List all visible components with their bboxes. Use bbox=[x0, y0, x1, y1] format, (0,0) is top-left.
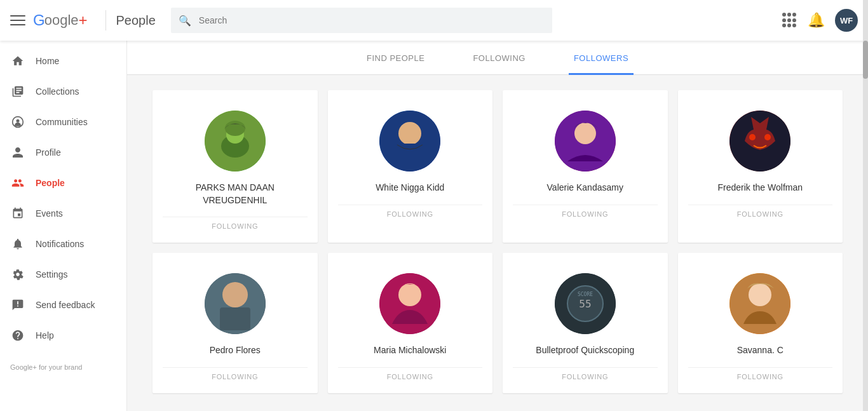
main-content: FIND PEOPLE FOLLOWING FOLLOWERS bbox=[127, 41, 868, 408]
avatar-bulletproof: 55 SCORE bbox=[555, 273, 616, 334]
notifications-bell-icon[interactable]: 🔔 bbox=[808, 12, 825, 29]
logo-oogle: oogle bbox=[44, 12, 79, 29]
sidebar-item-collections[interactable]: Collections bbox=[0, 76, 121, 107]
svg-point-5 bbox=[225, 121, 245, 136]
collections-icon bbox=[10, 84, 25, 99]
menu-icon[interactable] bbox=[10, 13, 25, 28]
status-savanna: FOLLOWING bbox=[688, 367, 833, 381]
avatar-pedro bbox=[205, 273, 266, 334]
scrollbar-track[interactable] bbox=[863, 0, 868, 408]
user-avatar[interactable]: WF bbox=[835, 9, 858, 32]
header-actions: 🔔 WF bbox=[782, 9, 858, 32]
svg-point-13 bbox=[764, 134, 771, 140]
sidebar-item-settings[interactable]: Settings bbox=[0, 259, 121, 290]
avatar-parks-man bbox=[205, 111, 266, 172]
logo[interactable]: G oogle + bbox=[33, 11, 88, 29]
status-pedro: FOLLOWING bbox=[163, 367, 308, 381]
avatar-frederik bbox=[729, 111, 790, 172]
svg-text:55: 55 bbox=[579, 298, 591, 310]
sidebar-item-events[interactable]: Events bbox=[0, 198, 121, 229]
status-frederik: FOLLOWING bbox=[688, 205, 833, 218]
sidebar-label-send-feedback: Send feedback bbox=[36, 300, 95, 310]
tab-followers[interactable]: FOLLOWERS bbox=[569, 41, 634, 75]
name-pedro: Pedro Flores bbox=[210, 344, 261, 357]
status-valerie: FOLLOWING bbox=[513, 205, 658, 218]
avatar-valerie bbox=[555, 111, 616, 172]
sidebar-label-home: Home bbox=[36, 56, 59, 66]
sidebar-label-notifications: Notifications bbox=[36, 239, 84, 249]
search-icon: 🔍 bbox=[179, 15, 191, 27]
name-white-nigga: White Nigga Kidd bbox=[376, 182, 444, 194]
search-input[interactable] bbox=[171, 8, 552, 33]
sidebar-label-events: Events bbox=[36, 208, 63, 219]
logo-google: G bbox=[33, 11, 44, 29]
sidebar-item-notifications[interactable]: Notifications bbox=[0, 229, 121, 259]
svg-point-25 bbox=[749, 283, 771, 306]
sidebar-label-profile: Profile bbox=[36, 147, 61, 158]
avatar-savanna bbox=[729, 273, 790, 334]
sidebar-label-communities: Communities bbox=[36, 117, 88, 127]
svg-point-7 bbox=[398, 122, 421, 145]
logo-plus: + bbox=[79, 11, 88, 29]
name-maria: Maria Michalowski bbox=[374, 344, 446, 357]
people-icon bbox=[10, 175, 25, 191]
profile-icon bbox=[10, 145, 25, 160]
sidebar-item-help[interactable]: Help bbox=[0, 320, 121, 351]
sidebar-item-send-feedback[interactable]: Send feedback bbox=[0, 290, 121, 320]
sidebar-label-settings: Settings bbox=[36, 269, 68, 280]
avatar-white-nigga bbox=[379, 111, 440, 172]
tab-find-people[interactable]: FIND PEOPLE bbox=[362, 41, 430, 75]
name-valerie: Valerie Kandasamy bbox=[547, 182, 623, 194]
avatar-maria bbox=[379, 273, 440, 334]
app-body: Home Collections Communities Profile Peo… bbox=[0, 41, 868, 408]
sidebar-item-home[interactable]: Home bbox=[0, 46, 121, 76]
status-maria: FOLLOWING bbox=[338, 367, 483, 381]
communities-icon bbox=[10, 114, 25, 130]
sidebar: Home Collections Communities Profile Peo… bbox=[0, 41, 127, 408]
person-card-maria[interactable]: Maria Michalowski FOLLOWING bbox=[328, 253, 493, 393]
name-savanna: Savanna. C bbox=[737, 344, 783, 357]
scrollbar-thumb[interactable] bbox=[863, 41, 868, 79]
svg-point-10 bbox=[574, 123, 596, 144]
feedback-icon bbox=[10, 297, 25, 313]
home-icon bbox=[10, 53, 25, 69]
notifications-icon bbox=[10, 236, 25, 252]
status-white-nigga: FOLLOWING bbox=[338, 205, 483, 218]
name-parks-man: PARKS MAN DAAN VREUGDENHIL bbox=[163, 182, 308, 206]
person-card-white-nigga[interactable]: White Nigga Kidd FOLLOWING bbox=[328, 90, 493, 243]
status-parks-man: FOLLOWING bbox=[163, 217, 308, 230]
sidebar-label-people: People bbox=[36, 178, 65, 188]
sidebar-item-people[interactable]: People bbox=[0, 168, 121, 198]
svg-text:SCORE: SCORE bbox=[578, 292, 593, 297]
svg-point-12 bbox=[749, 134, 756, 140]
people-grid: PARKS MAN DAAN VREUGDENHIL FOLLOWING Whi… bbox=[127, 75, 868, 408]
help-icon bbox=[10, 328, 25, 343]
svg-point-18 bbox=[398, 283, 421, 306]
page-title: People bbox=[116, 13, 156, 28]
name-bulletproof: Bulletproof Quickscoping bbox=[536, 344, 634, 357]
app-header: G oogle + People 🔍 🔔 WF bbox=[0, 0, 868, 41]
events-icon bbox=[10, 206, 25, 221]
tab-following[interactable]: FOLLOWING bbox=[468, 41, 531, 75]
sidebar-item-profile[interactable]: Profile bbox=[0, 137, 121, 168]
person-card-valerie[interactable]: Valerie Kandasamy FOLLOWING bbox=[503, 90, 668, 243]
sidebar-footer: Google+ for your brand bbox=[0, 356, 126, 379]
tabs-bar: FIND PEOPLE FOLLOWING FOLLOWERS bbox=[127, 41, 868, 75]
sidebar-item-communities[interactable]: Communities bbox=[0, 107, 121, 137]
sidebar-label-help: Help bbox=[36, 330, 54, 340]
status-bulletproof: FOLLOWING bbox=[513, 367, 658, 381]
search-bar-container: 🔍 bbox=[171, 8, 552, 33]
person-card-parks-man[interactable]: PARKS MAN DAAN VREUGDENHIL FOLLOWING bbox=[153, 90, 318, 243]
name-frederik: Frederik the Wolfman bbox=[717, 182, 803, 194]
header-divider bbox=[105, 10, 106, 30]
svg-point-15 bbox=[222, 282, 248, 307]
sidebar-label-collections: Collections bbox=[36, 86, 79, 97]
person-card-pedro[interactable]: Pedro Flores FOLLOWING bbox=[153, 253, 318, 393]
footer-brand-text: Google+ for your brand bbox=[10, 363, 82, 371]
apps-icon[interactable] bbox=[782, 13, 797, 28]
person-card-bulletproof[interactable]: 55 SCORE Bulletproof Quickscoping FOLLOW… bbox=[503, 253, 668, 393]
svg-point-1 bbox=[17, 119, 20, 123]
svg-rect-16 bbox=[220, 307, 250, 330]
person-card-frederik[interactable]: Frederik the Wolfman FOLLOWING bbox=[678, 90, 843, 243]
person-card-savanna[interactable]: Savanna. C FOLLOWING bbox=[678, 253, 843, 393]
